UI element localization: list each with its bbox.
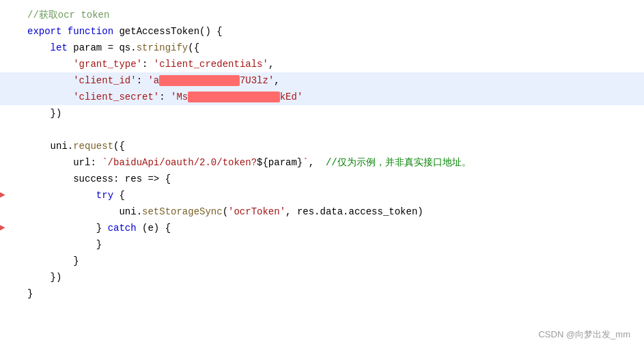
code-line-18: } — [0, 285, 644, 302]
string-client-secret-val-end: kEd' — [280, 92, 303, 102]
string-grant-type-val: 'client_credentials' — [154, 59, 268, 70]
template-string-url: `/baiduApi/oauth/2.0/token?${param}` — [102, 157, 308, 168]
string-grant-type-key: 'grant_type' — [73, 59, 142, 70]
code-line-6: 'client_secret': 'MsTiK1P0N...jjYTPUkEd' — [0, 89, 644, 105]
line-content-13: uni.setStorageSync('ocrToken', res.data.… — [20, 206, 644, 217]
code-line-13: uni.setStorageSync('ocrToken', res.data.… — [0, 204, 644, 220]
keyword-function: function — [68, 26, 113, 37]
watermark: CSDN @向梦出发_mm — [538, 329, 630, 341]
code-line-8 — [0, 122, 644, 138]
code-line-16: } — [0, 253, 644, 269]
string-client-id-val-end: 7U3lz' — [240, 75, 274, 86]
string-ocrToken: 'ocrToken' — [228, 206, 285, 217]
code-line-5: 'client_id': 'araWC3ENT639...7U3lz', — [0, 72, 644, 89]
line-content-9: uni.request({ — [20, 141, 644, 152]
keyword-export: export — [27, 26, 61, 37]
func-name: getAccessToken — [119, 26, 199, 37]
code-line-2: export function getAccessToken() { — [0, 23, 644, 40]
line-content-3: let param = qs.stringify({ — [20, 42, 644, 53]
arrow-indicator-12: ► — [0, 189, 5, 201]
chinese-comment: //仅为示例，并非真实接口地址。 — [326, 157, 471, 168]
line-content-4: 'grant_type': 'client_credentials', — [20, 59, 644, 70]
code-line-17: }) — [0, 269, 644, 285]
code-line-4: 'grant_type': 'client_credentials', — [0, 56, 644, 72]
code-line-15: } — [0, 236, 644, 253]
code-line-14: ► } catch (e) { — [0, 220, 644, 236]
line-content-1: //获取ocr token — [20, 9, 644, 21]
arrow-indicator-14: ► — [0, 222, 5, 234]
line-content-15: } — [20, 239, 644, 250]
method-request: request — [73, 141, 113, 152]
code-line-1: //获取ocr token — [0, 7, 644, 23]
redacted-client-id: raWC3ENT639... — [159, 75, 240, 86]
string-client-secret-key: 'client_secret' — [73, 92, 159, 102]
line-content-6: 'client_secret': 'MsTiK1P0N...jjYTPUkEd' — [20, 92, 644, 102]
string-client-id-key: 'client_id' — [73, 75, 136, 86]
code-container: //获取ocr token export function getAccessT… — [0, 0, 644, 349]
keyword-try: try — [96, 190, 113, 201]
line-content-8 — [20, 124, 644, 135]
method-stringify: stringify — [137, 42, 188, 53]
line-content-16: } — [20, 255, 644, 266]
code-line-9: uni.request({ — [0, 138, 644, 154]
keyword-catch: catch — [108, 223, 137, 234]
string-client-id-val-start: 'a — [148, 75, 159, 86]
line-content-12: try { — [20, 190, 644, 201]
string-client-secret-val-start: 'Ms — [171, 92, 188, 102]
comment-text: //获取ocr token — [27, 10, 109, 20]
code-line-12: ► try { — [0, 187, 644, 204]
code-line-11: success: res => { — [0, 171, 644, 187]
line-content-18: } — [20, 288, 644, 299]
line-content-17: }) — [20, 272, 644, 283]
line-content-14: } catch (e) { — [20, 223, 644, 234]
code-line-3: let param = qs.stringify({ — [0, 40, 644, 56]
line-content-2: export function getAccessToken() { — [20, 26, 644, 37]
line-content-5: 'client_id': 'araWC3ENT639...7U3lz', — [20, 75, 644, 86]
line-content-11: success: res => { — [20, 173, 644, 184]
redacted-client-secret: TiK1P0N...jjYTPU — [188, 92, 279, 102]
code-line-7: }) — [0, 105, 644, 122]
method-setStorageSync: setStorageSync — [142, 206, 223, 217]
keyword-let: let — [51, 42, 68, 53]
line-content-7: }) — [20, 108, 644, 119]
line-content-10: url: `/baiduApi/oauth/2.0/token?${param}… — [20, 156, 644, 169]
code-line-10: url: `/baiduApi/oauth/2.0/token?${param}… — [0, 154, 644, 171]
